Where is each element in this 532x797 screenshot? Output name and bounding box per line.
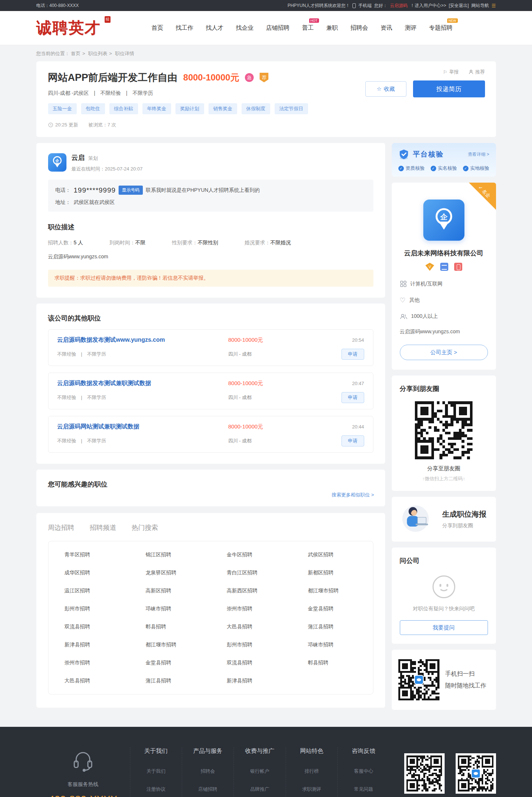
breadcrumb-item[interactable]: 职位详情	[107, 50, 134, 57]
region-link[interactable]: 大邑县招聘	[65, 678, 90, 683]
footer-link-item[interactable]: 关于我们	[130, 768, 182, 775]
report-link[interactable]: ⚐举报	[443, 69, 459, 75]
nav-item[interactable]: 找企业	[236, 24, 254, 32]
region-link[interactable]: 锦江区招聘	[146, 552, 171, 557]
submit-resume-button[interactable]: 投递简历	[413, 80, 485, 97]
region-link-item[interactable]: 双流县招聘	[48, 618, 130, 636]
footer-link-item[interactable]: 注册协议	[130, 786, 182, 793]
nav-link[interactable]: 找工作	[176, 25, 193, 31]
region-link[interactable]: 双流县招聘	[227, 660, 253, 665]
company-logo[interactable]: 企	[423, 200, 464, 241]
region-link-item[interactable]: 都江堰市招聘	[292, 582, 373, 600]
footer-link-item[interactable]: 招聘会	[182, 768, 234, 775]
site-logo[interactable]: 诚聘英才 招	[36, 18, 121, 38]
nav-item[interactable]: 专题招聘 NEW	[429, 24, 453, 32]
nav-link[interactable]: 首页	[152, 25, 163, 31]
region-link[interactable]: 青羊区招聘	[65, 552, 90, 557]
company-homepage-button[interactable]: 公司主页 >	[400, 345, 488, 360]
region-link[interactable]: 武侯区招聘	[308, 552, 334, 557]
nav-item[interactable]: 测评	[405, 24, 417, 32]
region-link-item[interactable]: 温江区招聘	[48, 582, 130, 600]
region-link[interactable]: 新津县招聘	[227, 678, 253, 683]
region-link[interactable]: 高新西区招聘	[227, 588, 258, 593]
nearby-tab[interactable]: 周边招聘	[48, 523, 75, 532]
show-number-button[interactable]: 显示号码	[119, 186, 143, 195]
footer-link[interactable]: 银行帐户	[250, 768, 269, 774]
region-link-item[interactable]: 龙泉驿区招聘	[130, 564, 211, 582]
region-link[interactable]: 崇州市招聘	[227, 606, 253, 611]
nearby-tab-link[interactable]: 招聘频道	[90, 524, 116, 531]
nav-item[interactable]: 店铺招聘	[266, 24, 290, 32]
nav-item[interactable]: 资讯	[381, 24, 392, 32]
apply-button[interactable]: 申请	[341, 435, 364, 446]
nav-item[interactable]: 兼职	[326, 24, 338, 32]
region-link-item[interactable]: 郫县招聘	[292, 654, 373, 672]
region-link[interactable]: 郫县招聘	[308, 660, 329, 665]
region-link-item[interactable]: 青白江区招聘	[211, 564, 292, 582]
region-link-item[interactable]: 金堂县招聘	[130, 654, 211, 672]
recommend-link[interactable]: 推荐	[468, 69, 485, 75]
nav-item[interactable]: 找工作	[176, 24, 193, 32]
nav-link[interactable]: 资讯	[381, 25, 392, 31]
region-link[interactable]: 蒲江县招聘	[146, 678, 171, 683]
ask-question-button[interactable]: 我要提问	[400, 620, 488, 635]
topbar-logout-link[interactable]: [安全退出]	[449, 3, 469, 9]
region-link-item[interactable]: 崇州市招聘	[48, 654, 130, 672]
breadcrumb-item[interactable]: 职位列表	[80, 50, 107, 57]
nearby-tab[interactable]: 热门搜索	[132, 523, 158, 532]
footer-link-item[interactable]: 求职测评	[286, 786, 337, 793]
nav-link[interactable]: 找企业	[236, 25, 254, 31]
region-link[interactable]: 金牛区招聘	[227, 552, 253, 557]
nav-item[interactable]: 首页	[152, 24, 163, 32]
region-link[interactable]: 温江区招聘	[65, 588, 90, 593]
nearby-tab-link[interactable]: 周边招聘	[48, 524, 75, 531]
nav-item[interactable]: 招聘会	[351, 24, 368, 32]
footer-link-item[interactable]: 品牌推广	[234, 786, 285, 793]
region-link-item[interactable]: 金牛区招聘	[211, 546, 292, 564]
nav-link[interactable]: 专题招聘	[429, 25, 453, 31]
footer-link[interactable]: 注册协议	[146, 786, 166, 792]
footer-link[interactable]: 常见问题	[354, 786, 373, 792]
region-link-item[interactable]: 崇州市招聘	[211, 600, 292, 618]
region-link-item[interactable]: 蒲江县招聘	[130, 672, 211, 690]
footer-link[interactable]: 排行榜	[304, 768, 319, 774]
region-link[interactable]: 龙泉驿区招聘	[146, 570, 177, 575]
region-link[interactable]: 彭州市招聘	[227, 642, 253, 647]
region-link-item[interactable]: 高新区招聘	[130, 582, 211, 600]
region-link[interactable]: 蒲江县招聘	[308, 624, 334, 629]
region-link[interactable]: 金堂县招聘	[308, 606, 334, 611]
topbar-username-link[interactable]: 云启源码	[390, 3, 408, 9]
region-link-item[interactable]: 武侯区招聘	[292, 546, 373, 564]
region-link-item[interactable]: 新都区招聘	[292, 564, 373, 582]
footer-link[interactable]: 客服中心	[354, 768, 373, 774]
region-link[interactable]: 双流县招聘	[65, 624, 90, 629]
topbar-sitenav-link[interactable]: 网站导航	[471, 3, 489, 9]
apply-button[interactable]: 申请	[341, 392, 364, 403]
region-link-item[interactable]: 高新西区招聘	[211, 582, 292, 600]
region-link-item[interactable]: 青羊区招聘	[48, 546, 130, 564]
region-link[interactable]: 大邑县招聘	[227, 624, 253, 629]
topbar-user-center-link[interactable]: ！进入用户中心>>	[410, 3, 446, 9]
nav-link[interactable]: 找人才	[206, 25, 224, 31]
breadcrumb-link[interactable]: 职位列表	[88, 51, 107, 56]
nav-link[interactable]: 店铺招聘	[266, 25, 290, 31]
footer-link[interactable]: 关于我们	[146, 768, 166, 774]
region-link[interactable]: 邛崃市招聘	[146, 606, 171, 611]
nav-item[interactable]: 找人才	[206, 24, 224, 32]
region-link-item[interactable]: 新津县招聘	[211, 672, 292, 690]
region-link-item[interactable]: 蒲江县招聘	[292, 618, 373, 636]
region-link-item[interactable]: 邛崃市招聘	[292, 636, 373, 654]
nav-link[interactable]: 测评	[405, 25, 417, 31]
footer-link-item[interactable]: 银行帐户	[234, 768, 285, 775]
region-link-item[interactable]: 都江堰市招聘	[130, 636, 211, 654]
region-link[interactable]: 都江堰市招聘	[308, 588, 339, 593]
job-link[interactable]: 云启源码数据发布测试兼职测试数据	[57, 380, 228, 387]
job-link[interactable]: 云启源码网站测试兼职测试数据	[57, 423, 228, 431]
verify-detail-link[interactable]: 查看详细 >	[468, 151, 489, 158]
region-link-item[interactable]: 彭州市招聘	[211, 636, 292, 654]
nearby-tab-link[interactable]: 热门搜索	[132, 524, 158, 531]
footer-link[interactable]: 店铺招聘	[198, 786, 217, 792]
apply-button[interactable]: 申请	[341, 349, 364, 360]
poster-card[interactable]: 生成职位海报 分享到朋友圈	[392, 497, 496, 542]
region-link-item[interactable]: 大邑县招聘	[211, 618, 292, 636]
